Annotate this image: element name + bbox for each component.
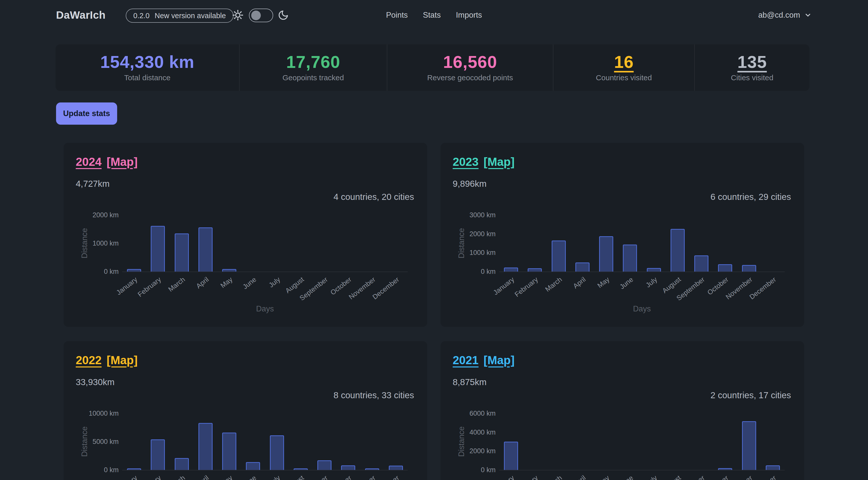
x-axis-title: Days bbox=[499, 305, 785, 314]
bar-may bbox=[222, 269, 236, 271]
update-stats-button[interactable]: Update stats bbox=[56, 102, 117, 125]
y-axis-tick: 2000 km bbox=[64, 211, 119, 219]
bar-march bbox=[175, 233, 189, 271]
x-axis-label: October bbox=[329, 474, 353, 480]
map-link[interactable]: [Map] bbox=[484, 353, 515, 367]
countries-cities-summary: 2 countries, 17 cities bbox=[710, 390, 791, 400]
stat-value[interactable]: 135 bbox=[738, 53, 767, 70]
bar-may bbox=[222, 433, 236, 470]
x-axis-label: August bbox=[284, 474, 306, 480]
map-link[interactable]: [Map] bbox=[106, 353, 137, 367]
x-axis-label: June bbox=[618, 276, 635, 291]
user-menu[interactable]: ab@cd.com bbox=[758, 10, 812, 20]
y-axis-tick: 0 km bbox=[440, 466, 496, 474]
x-axis-label: January bbox=[492, 474, 516, 480]
x-axis-label: January bbox=[115, 474, 139, 480]
stat-value: 154,330 km bbox=[100, 53, 194, 70]
year-link[interactable]: 2021 bbox=[453, 353, 478, 367]
bar-october bbox=[341, 466, 355, 470]
x-axis-label: March bbox=[167, 474, 187, 480]
bar-september bbox=[317, 460, 332, 470]
year-distance: 33,930km bbox=[76, 377, 115, 387]
stat-value: 17,760 bbox=[286, 53, 340, 70]
year-card-2022: 2022[Map]33,930km8 countries, 33 citiesD… bbox=[64, 341, 427, 480]
stat-label: Geopoints tracked bbox=[282, 73, 344, 82]
x-axis-label: November bbox=[347, 276, 377, 301]
stat-cell: 135Cities visited bbox=[694, 44, 809, 91]
bar-february bbox=[528, 268, 542, 271]
version-number: 0.2.0 bbox=[133, 11, 150, 20]
bar-february bbox=[151, 226, 165, 271]
x-axis-label: February bbox=[136, 474, 163, 480]
y-axis-tick: 2000 km bbox=[440, 447, 496, 455]
bar-april bbox=[576, 262, 590, 271]
year-distance: 4,727km bbox=[76, 179, 110, 189]
bar-chart-plot bbox=[499, 413, 785, 471]
chevron-down-icon bbox=[804, 11, 812, 19]
y-axis-tick: 5000 km bbox=[64, 438, 119, 445]
y-axis-tick: 6000 km bbox=[440, 410, 496, 417]
bar-august bbox=[671, 229, 685, 271]
year-distance: 9,896km bbox=[453, 179, 487, 189]
stat-cell: 16Countries visited bbox=[553, 44, 694, 91]
nav-imports[interactable]: Imports bbox=[456, 10, 482, 20]
countries-cities-summary: 6 countries, 29 cities bbox=[710, 192, 791, 202]
map-link[interactable]: [Map] bbox=[106, 155, 137, 168]
bar-december bbox=[766, 466, 780, 470]
x-axis-label: March bbox=[167, 276, 187, 293]
bar-july bbox=[270, 435, 284, 470]
stat-value[interactable]: 16 bbox=[614, 53, 634, 70]
bar-november bbox=[365, 469, 379, 470]
y-axis-tick: 0 km bbox=[440, 268, 496, 275]
y-axis-tick: 4000 km bbox=[440, 428, 496, 436]
x-axis-label: January bbox=[115, 276, 139, 297]
bar-july bbox=[647, 268, 661, 271]
y-axis-tick: 0 km bbox=[64, 466, 119, 474]
year-heading: 2024[Map] bbox=[76, 155, 137, 168]
x-axis-label: May bbox=[219, 474, 234, 480]
x-axis-label: August bbox=[661, 276, 682, 295]
x-axis-label: April bbox=[195, 474, 210, 480]
x-axis-label: April bbox=[571, 276, 587, 290]
x-axis-label: June bbox=[618, 474, 635, 480]
x-axis-label: December bbox=[748, 276, 778, 301]
map-link[interactable]: [Map] bbox=[484, 155, 515, 168]
bar-october bbox=[718, 264, 732, 271]
x-axis-label: July bbox=[644, 474, 659, 480]
x-axis-label: June bbox=[241, 474, 258, 480]
x-axis-label: April bbox=[571, 474, 587, 480]
x-axis-label: March bbox=[544, 474, 563, 480]
theme-toggle[interactable] bbox=[249, 8, 273, 22]
countries-cities-summary: 8 countries, 33 cities bbox=[334, 390, 414, 400]
x-axis-label: June bbox=[241, 276, 258, 291]
moon-icon bbox=[278, 9, 289, 21]
version-badge[interactable]: 0.2.0 New version available bbox=[126, 8, 234, 23]
x-axis-label: May bbox=[596, 276, 611, 290]
stat-cell: 154,330 kmTotal distance bbox=[56, 44, 239, 91]
x-axis-label: February bbox=[136, 276, 163, 298]
y-axis-tick: 3000 km bbox=[440, 211, 496, 219]
year-link[interactable]: 2024 bbox=[76, 155, 101, 168]
bar-april bbox=[198, 423, 213, 470]
nav-points[interactable]: Points bbox=[386, 10, 408, 20]
bar-october bbox=[718, 468, 732, 470]
y-axis-tick: 1000 km bbox=[64, 239, 119, 247]
x-axis-label: July bbox=[267, 474, 282, 480]
theme-toggle-knob bbox=[251, 10, 261, 20]
year-distance: 8,875km bbox=[453, 377, 487, 387]
year-link[interactable]: 2023 bbox=[453, 155, 478, 168]
bar-august bbox=[293, 469, 308, 470]
nav-stats[interactable]: Stats bbox=[423, 10, 441, 20]
x-axis-label: November bbox=[724, 276, 754, 301]
year-link[interactable]: 2022 bbox=[76, 353, 101, 367]
stat-label: Countries visited bbox=[596, 73, 652, 82]
bar-march bbox=[175, 458, 189, 470]
x-axis-label: August bbox=[661, 474, 682, 480]
bar-february bbox=[151, 439, 165, 470]
x-axis-label: January bbox=[492, 276, 516, 297]
stat-cell: 17,760Geopoints tracked bbox=[239, 44, 387, 91]
x-axis-label: July bbox=[644, 276, 659, 289]
x-axis-label: February bbox=[513, 474, 539, 480]
stat-value: 16,560 bbox=[443, 53, 497, 70]
bar-january bbox=[127, 269, 141, 271]
